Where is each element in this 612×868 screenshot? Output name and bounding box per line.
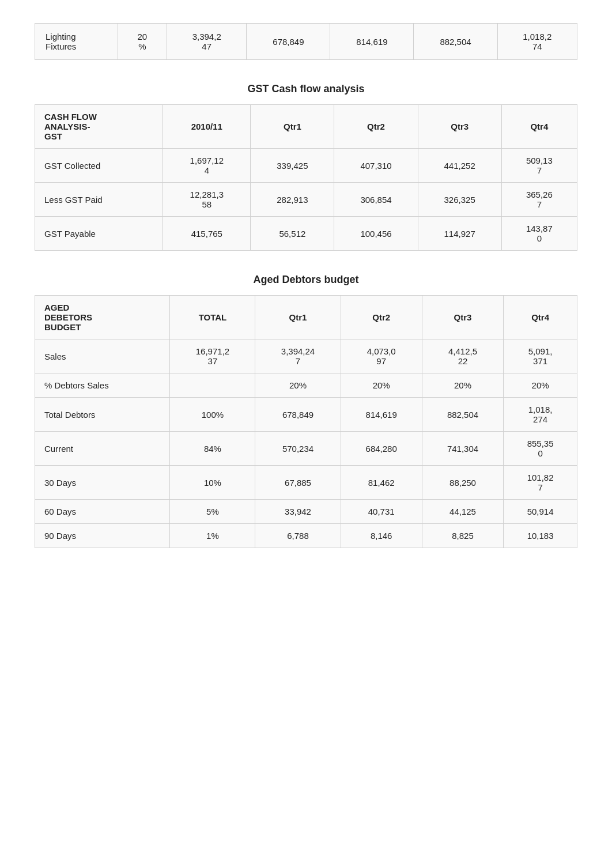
- aged-row3-col3: 684,280: [341, 432, 422, 466]
- aged-row1-col1: [170, 373, 255, 398]
- lighting-fixtures-table: Lighting Fixtures 20 % 3,394,2 47 678,84…: [35, 23, 577, 60]
- gst-row0-col4: 441,252: [418, 149, 501, 183]
- aged-row6-col4: 8,825: [422, 524, 503, 548]
- table-row: 90 Days 1% 6,788 8,146 8,825 10,183: [35, 524, 577, 548]
- table-row: Lighting Fixtures 20 % 3,394,2 47 678,84…: [35, 24, 577, 60]
- gst-row2-col3: 100,456: [334, 217, 418, 251]
- table-row: Total Debtors 100% 678,849 814,619 882,5…: [35, 398, 577, 432]
- aged-row0-col5: 5,091, 371: [504, 339, 577, 373]
- aged-row3-col4: 741,304: [422, 432, 503, 466]
- table-row: Less GST Paid 12,281,3 58 282,913 306,85…: [35, 183, 577, 217]
- aged-row0-col2: 3,394,24 7: [255, 339, 341, 373]
- lighting-col4: 814,619: [330, 24, 414, 60]
- gst-header-col1: 2010/11: [163, 105, 251, 149]
- table-row: GST Payable 415,765 56,512 100,456 114,9…: [35, 217, 577, 251]
- gst-header-col5: Qtr4: [501, 105, 577, 149]
- aged-row1-col3: 20%: [341, 373, 422, 398]
- aged-row4-label: 30 Days: [35, 466, 170, 500]
- gst-row1-col5: 365,26 7: [501, 183, 577, 217]
- aged-row5-label: 60 Days: [35, 500, 170, 524]
- aged-row6-col1: 1%: [170, 524, 255, 548]
- gst-row1-col4: 326,325: [418, 183, 501, 217]
- lighting-col2: 3,394,2 47: [167, 24, 247, 60]
- gst-cash-flow-table: CASH FLOW ANALYSIS- GST 2010/11 Qtr1 Qtr…: [35, 104, 577, 251]
- table-row: 30 Days 10% 67,885 81,462 88,250 101,82 …: [35, 466, 577, 500]
- lighting-label: Lighting Fixtures: [35, 24, 118, 60]
- lighting-col3: 678,849: [247, 24, 330, 60]
- gst-row0-label: GST Collected: [35, 149, 163, 183]
- gst-header-col3: Qtr2: [334, 105, 418, 149]
- aged-header-col5: Qtr4: [504, 296, 577, 339]
- gst-row2-col1: 415,765: [163, 217, 251, 251]
- aged-header-row: AGED DEBETORS BUDGET TOTAL Qtr1 Qtr2 Qtr…: [35, 296, 577, 339]
- aged-row1-col2: 20%: [255, 373, 341, 398]
- gst-section-title: GST Cash flow analysis: [35, 83, 577, 95]
- aged-row5-col5: 50,914: [504, 500, 577, 524]
- aged-row5-col3: 40,731: [341, 500, 422, 524]
- aged-row6-col2: 6,788: [255, 524, 341, 548]
- gst-row1-col2: 282,913: [251, 183, 334, 217]
- aged-header-col3: Qtr2: [341, 296, 422, 339]
- aged-row4-col5: 101,82 7: [504, 466, 577, 500]
- gst-row2-label: GST Payable: [35, 217, 163, 251]
- aged-row2-col3: 814,619: [341, 398, 422, 432]
- aged-row4-col4: 88,250: [422, 466, 503, 500]
- table-row: % Debtors Sales 20% 20% 20% 20%: [35, 373, 577, 398]
- aged-row2-col5: 1,018, 274: [504, 398, 577, 432]
- table-row: Current 84% 570,234 684,280 741,304 855,…: [35, 432, 577, 466]
- aged-row1-col5: 20%: [504, 373, 577, 398]
- aged-header-col2: Qtr1: [255, 296, 341, 339]
- aged-row2-label: Total Debtors: [35, 398, 170, 432]
- gst-row0-col2: 339,425: [251, 149, 334, 183]
- gst-header-col2: Qtr1: [251, 105, 334, 149]
- gst-row0-col5: 509,13 7: [501, 149, 577, 183]
- aged-row3-label: Current: [35, 432, 170, 466]
- aged-header-col4: Qtr3: [422, 296, 503, 339]
- aged-row0-col4: 4,412,5 22: [422, 339, 503, 373]
- gst-header-col4: Qtr3: [418, 105, 501, 149]
- aged-row2-col2: 678,849: [255, 398, 341, 432]
- table-row: 60 Days 5% 33,942 40,731 44,125 50,914: [35, 500, 577, 524]
- aged-row0-col3: 4,073,0 97: [341, 339, 422, 373]
- lighting-col1: 20 %: [118, 24, 167, 60]
- aged-header-col0: AGED DEBETORS BUDGET: [35, 296, 170, 339]
- gst-row2-col2: 56,512: [251, 217, 334, 251]
- aged-row4-col1: 10%: [170, 466, 255, 500]
- aged-row2-col4: 882,504: [422, 398, 503, 432]
- gst-row0-col3: 407,310: [334, 149, 418, 183]
- aged-row3-col2: 570,234: [255, 432, 341, 466]
- gst-header-row: CASH FLOW ANALYSIS- GST 2010/11 Qtr1 Qtr…: [35, 105, 577, 149]
- aged-row6-col3: 8,146: [341, 524, 422, 548]
- gst-row2-col4: 114,927: [418, 217, 501, 251]
- aged-debtors-table: AGED DEBETORS BUDGET TOTAL Qtr1 Qtr2 Qtr…: [35, 295, 577, 548]
- aged-row3-col5: 855,35 0: [504, 432, 577, 466]
- aged-row5-col2: 33,942: [255, 500, 341, 524]
- aged-row1-col4: 20%: [422, 373, 503, 398]
- aged-header-col1: TOTAL: [170, 296, 255, 339]
- aged-row4-col2: 67,885: [255, 466, 341, 500]
- aged-row0-col1: 16,971,2 37: [170, 339, 255, 373]
- aged-row0-label: Sales: [35, 339, 170, 373]
- aged-row5-col1: 5%: [170, 500, 255, 524]
- lighting-col5: 882,504: [414, 24, 497, 60]
- aged-row5-col4: 44,125: [422, 500, 503, 524]
- aged-row1-label: % Debtors Sales: [35, 373, 170, 398]
- gst-row1-col3: 306,854: [334, 183, 418, 217]
- aged-row4-col3: 81,462: [341, 466, 422, 500]
- gst-row2-col5: 143,87 0: [501, 217, 577, 251]
- aged-row2-col1: 100%: [170, 398, 255, 432]
- aged-row6-col5: 10,183: [504, 524, 577, 548]
- lighting-col6: 1,018,2 74: [497, 24, 577, 60]
- gst-row1-label: Less GST Paid: [35, 183, 163, 217]
- aged-row6-label: 90 Days: [35, 524, 170, 548]
- aged-row3-col1: 84%: [170, 432, 255, 466]
- gst-header-col0: CASH FLOW ANALYSIS- GST: [35, 105, 163, 149]
- aged-section-title: Aged Debtors budget: [35, 274, 577, 286]
- gst-row0-col1: 1,697,12 4: [163, 149, 251, 183]
- table-row: GST Collected 1,697,12 4 339,425 407,310…: [35, 149, 577, 183]
- gst-row1-col1: 12,281,3 58: [163, 183, 251, 217]
- table-row: Sales 16,971,2 37 3,394,24 7 4,073,0 97 …: [35, 339, 577, 373]
